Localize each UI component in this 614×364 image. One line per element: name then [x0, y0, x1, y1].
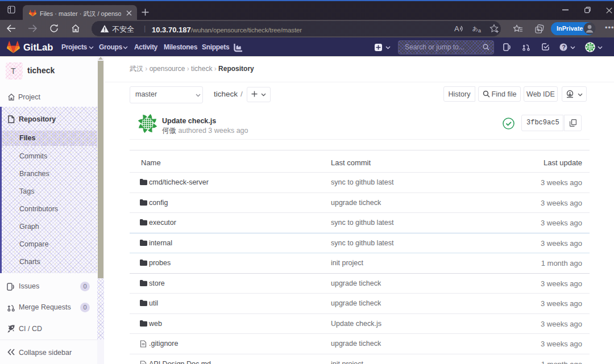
svg-text:?: ?	[562, 44, 565, 51]
svg-text:a: a	[478, 28, 481, 34]
svg-text:あ: あ	[472, 26, 478, 32]
svg-text:A: A	[454, 24, 459, 33]
